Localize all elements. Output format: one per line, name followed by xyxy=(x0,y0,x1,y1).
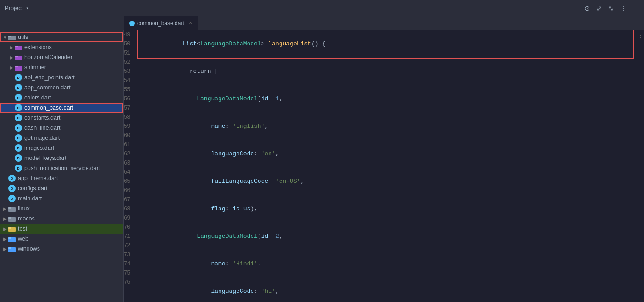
sidebar-item-windows[interactable]: ▶ windows xyxy=(0,244,123,254)
svg-rect-1 xyxy=(8,36,11,37)
dart-file-icon: D xyxy=(15,144,22,152)
sidebar-label-utils: utils xyxy=(18,34,28,40)
ln-70: 70 xyxy=(124,223,134,232)
ln-75: 75 xyxy=(124,269,134,278)
arrow-icon: ▶ xyxy=(2,247,8,252)
folder-icon-utils xyxy=(8,34,16,40)
sidebar-label-api-end-points: api_end_points.dart xyxy=(24,74,75,81)
project-label[interactable]: Project xyxy=(5,5,23,11)
sidebar-item-horizontalCalender[interactable]: ▶ horizontalCalender xyxy=(0,52,123,62)
ln-49: 49 xyxy=(124,30,134,39)
main-layout: ▼ utils ▶ extensions ▶ horizontalCalende… xyxy=(0,30,644,302)
sidebar-item-push-notification[interactable]: D push_notification_service.dart xyxy=(0,163,123,173)
sidebar-label-dash-line: dash_line.dart xyxy=(24,125,61,131)
arrow-icon: ▶ xyxy=(8,65,15,70)
title-bar: Project ▾ ⊙ ⤢ ⤡ ⋮ — xyxy=(0,0,644,16)
ln-54: 54 xyxy=(124,76,134,85)
dart-file-icon: D xyxy=(15,124,22,132)
close-tab-icon[interactable]: ✕ xyxy=(188,20,193,26)
ln-68: 68 xyxy=(124,204,134,214)
sidebar-item-constants[interactable]: D constants.dart xyxy=(0,113,123,123)
sidebar-label-linux: linux xyxy=(18,205,30,212)
sidebar-item-extensions[interactable]: ▶ extensions xyxy=(0,42,123,52)
sidebar-item-web[interactable]: ▶ web xyxy=(0,234,123,244)
editor-scroll[interactable]: 49 50 51 52 53 54 55 56 57 58 59 60 61 6… xyxy=(124,30,637,302)
ln-72: 72 xyxy=(124,241,134,250)
code-line-52: name: 'English', xyxy=(138,113,633,140)
dart-file-icon: D xyxy=(8,195,16,202)
target-icon[interactable]: ⊙ xyxy=(584,5,590,12)
dart-file-icon: D xyxy=(15,94,22,101)
dart-file-icon: D xyxy=(15,84,22,91)
sidebar-item-utils[interactable]: ▼ utils xyxy=(0,32,123,42)
sidebar-label-main: main.dart xyxy=(18,195,42,202)
collapse-icon[interactable]: ⤡ xyxy=(608,5,614,12)
dart-file-icon: D xyxy=(15,134,22,142)
sidebar-label-app-common: app_common.dart xyxy=(24,84,71,91)
scroll-indicator-icon[interactable]: ⋮ xyxy=(638,33,643,39)
ln-64: 64 xyxy=(124,168,134,177)
svg-rect-15 xyxy=(8,237,11,239)
chevron-down-icon: ▾ xyxy=(26,5,28,11)
ln-60: 60 xyxy=(124,131,134,140)
code-line-57: name: 'Hindi', xyxy=(138,250,633,278)
expand-icon[interactable]: ⤢ xyxy=(596,5,602,12)
ln-74: 74 xyxy=(124,259,134,269)
sidebar-item-api-end-points[interactable]: D api_end_points.dart xyxy=(0,72,123,82)
ln-66: 66 xyxy=(124,186,134,195)
sidebar-item-model-keys[interactable]: D model_keys.dart xyxy=(0,153,123,163)
sidebar-label-constants: constants.dart xyxy=(24,115,61,121)
sidebar-item-macos[interactable]: ▶ macos xyxy=(0,214,123,224)
sidebar-item-test[interactable]: ▶ test xyxy=(0,224,123,234)
sidebar-label-extensions: extensions xyxy=(24,44,52,50)
code-line-54: fullLanguageCode: 'en-US', xyxy=(138,168,633,195)
sidebar-label-model-keys: model_keys.dart xyxy=(24,155,66,161)
sidebar-label-app-theme: app_theme.dart xyxy=(18,175,58,181)
title-bar-left: Project ▾ xyxy=(5,5,105,11)
sidebar-item-app-common[interactable]: D app_common.dart xyxy=(0,82,123,93)
arrow-icon: ▶ xyxy=(2,216,8,221)
ln-67: 67 xyxy=(124,195,134,204)
ln-53: 53 xyxy=(124,67,134,76)
sidebar-item-dash-line[interactable]: D dash_line.dart xyxy=(0,123,123,133)
svg-rect-3 xyxy=(15,46,18,47)
sidebar-item-main[interactable]: D main.dart xyxy=(0,193,123,203)
tab-bar: common_base.dart ✕ xyxy=(0,16,644,30)
sidebar-item-app-theme[interactable]: D app_theme.dart xyxy=(0,173,123,183)
sidebar-label-configs: configs.dart xyxy=(18,185,48,192)
sidebar-item-get-image[interactable]: D getImage.dart xyxy=(0,133,123,143)
ln-73: 73 xyxy=(124,250,134,259)
code-line-56: LanguageDataModel(id: 2, xyxy=(138,223,633,250)
code-line-55: flag: ic_us), xyxy=(138,195,633,223)
sidebar-item-common-base[interactable]: D common_base.dart xyxy=(0,103,123,113)
sidebar-label-get-image: getImage.dart xyxy=(24,135,60,141)
sidebar-item-images[interactable]: D images.dart xyxy=(0,143,123,153)
sidebar-label-web: web xyxy=(18,236,28,242)
sidebar-label-horizontalCalender: horizontalCalender xyxy=(24,54,72,60)
ln-57: 57 xyxy=(124,104,134,113)
ln-58: 58 xyxy=(124,113,134,122)
sidebar-item-colors[interactable]: D colors.dart xyxy=(0,93,123,103)
folder-icon-horizontalCalender xyxy=(15,55,22,60)
code-line-51: LanguageDataModel(id: 1, xyxy=(138,85,633,113)
ln-71: 71 xyxy=(124,232,134,241)
tab-common-base[interactable]: common_base.dart ✕ xyxy=(124,16,198,30)
sidebar-item-shimmer[interactable]: ▶ shimmer xyxy=(0,62,123,72)
ln-59: 59 xyxy=(124,122,134,131)
arrow-icon: ▶ xyxy=(2,226,8,231)
spacer xyxy=(8,75,15,80)
sidebar-label-test: test xyxy=(18,225,27,232)
sidebar-item-configs[interactable]: D configs.dart xyxy=(0,183,123,193)
ln-52: 52 xyxy=(124,58,134,67)
ln-62: 62 xyxy=(124,149,134,159)
sidebar-label-colors: colors.dart xyxy=(24,94,51,101)
code-editor[interactable]: List<LanguageDataModel> languageList() {… xyxy=(134,30,637,302)
svg-rect-5 xyxy=(15,56,18,57)
more-icon[interactable]: ⋮ xyxy=(620,5,627,12)
sidebar-label-images: images.dart xyxy=(24,145,54,151)
code-line-49: List<LanguageDataModel> languageList() { xyxy=(138,30,633,58)
minimize-icon[interactable]: — xyxy=(633,5,639,12)
right-gutter: ⋮ xyxy=(637,30,644,302)
sidebar-item-linux[interactable]: ▶ linux xyxy=(0,203,123,214)
sidebar-label-push-notification: push_notification_service.dart xyxy=(24,165,100,171)
